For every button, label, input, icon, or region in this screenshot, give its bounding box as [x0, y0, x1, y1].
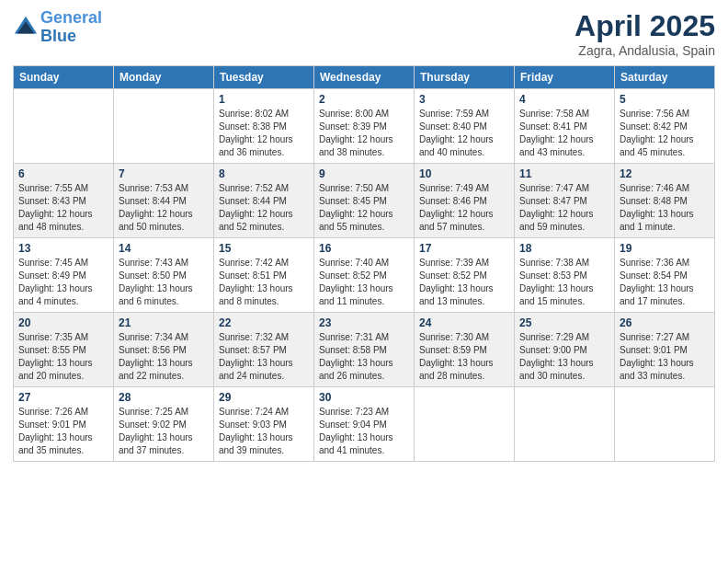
day-info: Sunrise: 7:34 AM Sunset: 8:56 PM Dayligh… — [119, 331, 209, 383]
day-info: Sunrise: 7:55 AM Sunset: 8:43 PM Dayligh… — [18, 182, 108, 234]
table-row: 27Sunrise: 7:26 AM Sunset: 9:01 PM Dayli… — [14, 387, 114, 462]
table-row: 22Sunrise: 7:32 AM Sunset: 8:57 PM Dayli… — [214, 313, 314, 387]
day-info: Sunrise: 7:30 AM Sunset: 8:59 PM Dayligh… — [419, 331, 509, 383]
day-info: Sunrise: 7:32 AM Sunset: 8:57 PM Dayligh… — [219, 331, 309, 383]
table-row: 29Sunrise: 7:24 AM Sunset: 9:03 PM Dayli… — [214, 387, 314, 462]
day-number: 9 — [319, 167, 409, 180]
table-row: 15Sunrise: 7:42 AM Sunset: 8:51 PM Dayli… — [214, 238, 314, 313]
col-friday: Friday — [515, 66, 615, 89]
table-row: 3Sunrise: 7:59 AM Sunset: 8:40 PM Daylig… — [415, 89, 515, 164]
day-number: 7 — [119, 167, 209, 180]
day-info: Sunrise: 7:59 AM Sunset: 8:40 PM Dayligh… — [419, 108, 509, 159]
table-row: 23Sunrise: 7:31 AM Sunset: 8:58 PM Dayli… — [314, 313, 415, 387]
day-number: 23 — [319, 316, 409, 329]
logo: General Blue — [13, 9, 102, 46]
day-number: 2 — [319, 93, 409, 106]
day-info: Sunrise: 7:56 AM Sunset: 8:42 PM Dayligh… — [620, 108, 710, 159]
day-info: Sunrise: 7:24 AM Sunset: 9:03 PM Dayligh… — [219, 406, 309, 457]
week-row-2: 13Sunrise: 7:45 AM Sunset: 8:49 PM Dayli… — [14, 238, 715, 313]
table-row: 13Sunrise: 7:45 AM Sunset: 8:49 PM Dayli… — [14, 238, 114, 313]
col-saturday: Saturday — [615, 66, 715, 89]
day-number: 10 — [419, 167, 509, 180]
table-row: 20Sunrise: 7:35 AM Sunset: 8:55 PM Dayli… — [14, 313, 114, 387]
logo-icon — [13, 15, 39, 40]
day-info: Sunrise: 7:43 AM Sunset: 8:50 PM Dayligh… — [119, 257, 209, 308]
day-number: 8 — [219, 167, 309, 180]
day-number: 25 — [519, 316, 609, 329]
day-number: 4 — [519, 93, 609, 106]
day-info: Sunrise: 7:23 AM Sunset: 9:04 PM Dayligh… — [319, 406, 409, 457]
week-row-0: 1Sunrise: 8:02 AM Sunset: 8:38 PM Daylig… — [14, 89, 715, 164]
day-number: 16 — [319, 242, 409, 255]
day-number: 26 — [620, 316, 710, 329]
table-row: 25Sunrise: 7:29 AM Sunset: 9:00 PM Dayli… — [515, 313, 615, 387]
day-number: 13 — [18, 242, 108, 255]
table-row: 11Sunrise: 7:47 AM Sunset: 8:47 PM Dayli… — [515, 164, 615, 238]
day-number: 5 — [620, 93, 710, 106]
day-info: Sunrise: 7:38 AM Sunset: 8:53 PM Dayligh… — [519, 257, 609, 308]
day-number: 6 — [18, 167, 108, 180]
day-number: 14 — [119, 242, 209, 255]
table-row: 2Sunrise: 8:00 AM Sunset: 8:39 PM Daylig… — [314, 89, 415, 164]
day-number: 3 — [419, 93, 509, 106]
week-row-1: 6Sunrise: 7:55 AM Sunset: 8:43 PM Daylig… — [14, 164, 715, 238]
day-number: 18 — [519, 242, 609, 255]
table-row: 9Sunrise: 7:50 AM Sunset: 8:45 PM Daylig… — [314, 164, 415, 238]
table-row: 21Sunrise: 7:34 AM Sunset: 8:56 PM Dayli… — [114, 313, 214, 387]
week-row-4: 27Sunrise: 7:26 AM Sunset: 9:01 PM Dayli… — [14, 387, 715, 462]
day-info: Sunrise: 7:25 AM Sunset: 9:02 PM Dayligh… — [119, 406, 209, 457]
day-number: 20 — [18, 316, 108, 329]
table-row: 26Sunrise: 7:27 AM Sunset: 9:01 PM Dayli… — [615, 313, 715, 387]
calendar-subtitle: Zagra, Andalusia, Spain — [574, 43, 715, 58]
day-info: Sunrise: 7:42 AM Sunset: 8:51 PM Dayligh… — [219, 257, 309, 308]
day-info: Sunrise: 7:29 AM Sunset: 9:00 PM Dayligh… — [519, 331, 609, 383]
day-info: Sunrise: 7:47 AM Sunset: 8:47 PM Dayligh… — [519, 182, 609, 234]
day-number: 19 — [620, 242, 710, 255]
day-info: Sunrise: 8:00 AM Sunset: 8:39 PM Dayligh… — [319, 108, 409, 159]
title-block: April 2025 Zagra, Andalusia, Spain — [574, 9, 715, 58]
table-row: 4Sunrise: 7:58 AM Sunset: 8:41 PM Daylig… — [515, 89, 615, 164]
table-row: 14Sunrise: 7:43 AM Sunset: 8:50 PM Dayli… — [114, 238, 214, 313]
table-row: 10Sunrise: 7:49 AM Sunset: 8:46 PM Dayli… — [415, 164, 515, 238]
week-row-3: 20Sunrise: 7:35 AM Sunset: 8:55 PM Dayli… — [14, 313, 715, 387]
table-row: 8Sunrise: 7:52 AM Sunset: 8:44 PM Daylig… — [214, 164, 314, 238]
day-number: 27 — [18, 391, 108, 404]
day-info: Sunrise: 7:45 AM Sunset: 8:49 PM Dayligh… — [18, 257, 108, 308]
table-row: 7Sunrise: 7:53 AM Sunset: 8:44 PM Daylig… — [114, 164, 214, 238]
day-info: Sunrise: 7:46 AM Sunset: 8:48 PM Dayligh… — [620, 182, 710, 234]
table-row — [114, 89, 214, 164]
day-info: Sunrise: 7:39 AM Sunset: 8:52 PM Dayligh… — [419, 257, 509, 308]
table-row — [14, 89, 114, 164]
day-number: 12 — [620, 167, 710, 180]
table-row: 6Sunrise: 7:55 AM Sunset: 8:43 PM Daylig… — [14, 164, 114, 238]
col-monday: Monday — [114, 66, 214, 89]
header: General Blue April 2025 Zagra, Andalusia… — [13, 9, 715, 58]
page: General Blue April 2025 Zagra, Andalusia… — [0, 0, 728, 563]
day-info: Sunrise: 7:36 AM Sunset: 8:54 PM Dayligh… — [620, 257, 710, 308]
day-info: Sunrise: 7:49 AM Sunset: 8:46 PM Dayligh… — [419, 182, 509, 234]
day-info: Sunrise: 7:26 AM Sunset: 9:01 PM Dayligh… — [18, 406, 108, 457]
day-number: 29 — [219, 391, 309, 404]
logo-text: General Blue — [40, 9, 102, 46]
calendar-title: April 2025 — [574, 9, 715, 43]
table-row: 30Sunrise: 7:23 AM Sunset: 9:04 PM Dayli… — [314, 387, 415, 462]
day-info: Sunrise: 7:52 AM Sunset: 8:44 PM Dayligh… — [219, 182, 309, 234]
day-info: Sunrise: 7:40 AM Sunset: 8:52 PM Dayligh… — [319, 257, 409, 308]
day-info: Sunrise: 7:53 AM Sunset: 8:44 PM Dayligh… — [119, 182, 209, 234]
day-number: 28 — [119, 391, 209, 404]
day-number: 30 — [319, 391, 409, 404]
day-info: Sunrise: 7:31 AM Sunset: 8:58 PM Dayligh… — [319, 331, 409, 383]
day-number: 11 — [519, 167, 609, 180]
day-number: 17 — [419, 242, 509, 255]
logo-line2: Blue — [40, 27, 76, 45]
day-number: 15 — [219, 242, 309, 255]
logo-line1: General — [40, 8, 102, 27]
day-info: Sunrise: 7:27 AM Sunset: 9:01 PM Dayligh… — [620, 331, 710, 383]
table-row: 18Sunrise: 7:38 AM Sunset: 8:53 PM Dayli… — [515, 238, 615, 313]
table-row: 24Sunrise: 7:30 AM Sunset: 8:59 PM Dayli… — [415, 313, 515, 387]
col-sunday: Sunday — [14, 66, 114, 89]
day-info: Sunrise: 8:02 AM Sunset: 8:38 PM Dayligh… — [219, 108, 309, 159]
day-info: Sunrise: 7:50 AM Sunset: 8:45 PM Dayligh… — [319, 182, 409, 234]
table-row — [515, 387, 615, 462]
calendar-table: Sunday Monday Tuesday Wednesday Thursday… — [13, 65, 715, 462]
